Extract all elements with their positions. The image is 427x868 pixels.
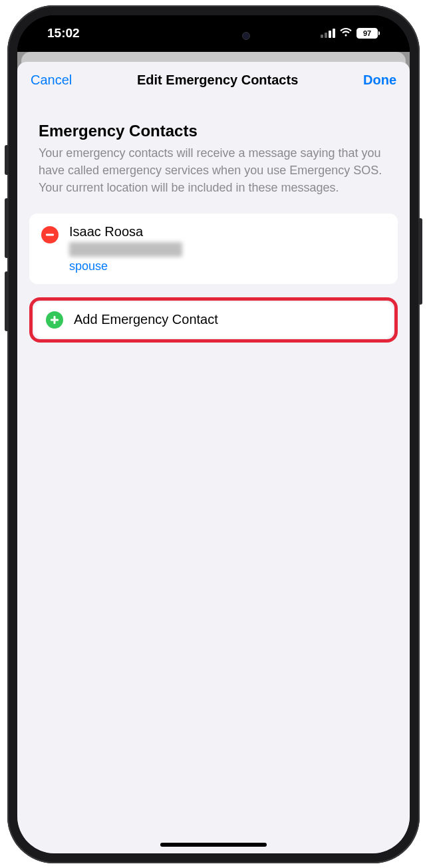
side-button (5, 198, 9, 258)
contact-relation[interactable]: spouse (69, 259, 182, 273)
home-indicator[interactable] (160, 843, 267, 847)
section-description: Your emergency contacts will receive a m… (29, 144, 398, 196)
nav-title: Edit Emergency Contacts (137, 72, 298, 88)
side-button (5, 271, 9, 331)
add-contact-group: Add Emergency Contact (34, 302, 393, 338)
add-emergency-contact-button[interactable]: Add Emergency Contact (34, 302, 393, 338)
contacts-list: Isaac Roosa spouse (29, 214, 398, 284)
battery-icon: 97 (356, 28, 380, 39)
nav-bar: Cancel Edit Emergency Contacts Done (17, 62, 410, 98)
camera-icon (242, 32, 250, 40)
status-time: 15:02 (47, 26, 80, 41)
add-icon (46, 311, 63, 329)
contact-name: Isaac Roosa (69, 224, 182, 239)
underlying-sheet (21, 52, 406, 63)
phone-frame: 15:02 97 (7, 5, 420, 863)
sheet-backdrop: Cancel Edit Emergency Contacts Done Emer… (17, 52, 410, 853)
contact-info: Isaac Roosa spouse (69, 224, 182, 273)
svg-rect-0 (46, 233, 54, 235)
svg-rect-2 (51, 319, 59, 321)
dynamic-island (170, 23, 257, 49)
side-button (5, 145, 9, 175)
annotation-highlight: Add Emergency Contact (29, 297, 398, 343)
wifi-icon (339, 27, 353, 40)
content: Emergency Contacts Your emergency contac… (17, 98, 410, 343)
modal-sheet: Cancel Edit Emergency Contacts Done Emer… (17, 62, 410, 853)
contact-row[interactable]: Isaac Roosa spouse (29, 214, 398, 284)
add-contact-label: Add Emergency Contact (74, 312, 218, 327)
cancel-button[interactable]: Cancel (31, 72, 72, 88)
status-right: 97 (321, 27, 380, 40)
screen: 15:02 97 (17, 15, 410, 853)
done-button[interactable]: Done (363, 72, 396, 88)
side-button (418, 218, 422, 305)
cellular-icon (321, 29, 335, 38)
remove-icon[interactable] (41, 226, 59, 243)
contact-phone-redacted (69, 242, 182, 257)
status-bar: 15:02 97 (17, 15, 410, 52)
section-title: Emergency Contacts (29, 122, 398, 140)
battery-percentage: 97 (363, 29, 371, 37)
